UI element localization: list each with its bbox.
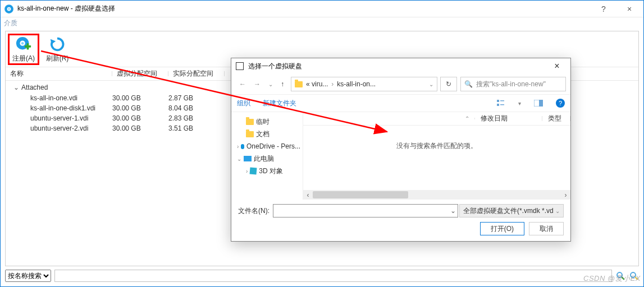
h-scrollbar[interactable]: ‹ › [303,190,570,200]
lh-type[interactable]: 类型 [542,114,570,123]
filetype-label: 全部虚拟硬盘文件(*.vmdk *.vd [463,206,554,216]
empty-message: 没有与搜索条件匹配的项。 [303,126,570,190]
svg-rect-17 [497,104,499,106]
cell-name: ks-all-in-one.vdi [6,94,112,102]
open-label: 打开(O) [491,224,514,234]
list-header: ⌃ 修改日期 类型 [303,112,570,126]
filename-input[interactable] [273,204,458,217]
th-vsize[interactable]: 虚拟分配空间 [112,69,168,78]
help-icon[interactable]: ? [556,99,565,108]
cell-asize: 2.83 GB [168,114,225,122]
svg-rect-7 [27,43,29,49]
dialog-search-field[interactable]: 🔍 搜索"ks-all-in-one-new" [460,77,566,91]
preview-pane-icon[interactable] [533,99,543,108]
scroll-left-icon[interactable]: ‹ [303,190,313,200]
cell-asize: 3.51 GB [168,124,225,132]
dialog-title: 选择一个虚拟硬盘 [248,62,546,71]
disk-add-icon [15,36,32,53]
search-input[interactable] [54,270,612,282]
nav-forward-icon: → [254,80,261,88]
tree-item-3dobjects[interactable]: ›3D 对象 [234,165,300,177]
refresh-nav-button[interactable]: ↻ [440,77,457,91]
dialog-close-button[interactable]: × [546,61,568,71]
th-name[interactable]: 名称 [6,69,112,78]
cell-asize: 2.87 GB [168,94,225,102]
filename-label: 文件名(N): [238,206,270,216]
nav-tree: 临时 文档 ›OneDrive - Pers... ⌄此电脑 ›3D 对象 [231,112,303,200]
scroll-thumb[interactable] [313,191,408,198]
file-list: ⌃ 修改日期 类型 没有与搜索条件匹配的项。 ‹ › [303,112,570,200]
svg-point-2 [8,8,10,10]
nav-history-icon[interactable]: ⌄ [268,81,273,87]
svg-rect-15 [497,100,499,102]
group-label: Attached [21,84,48,91]
view-options-icon[interactable] [496,99,506,108]
dialog-icon [236,62,244,70]
dialog-footer: 文件名(N): ⌄ 全部虚拟硬盘文件(*.vmdk *.vd ⌄ 打开(O) 取… [231,200,570,241]
tree-item-onedrive[interactable]: ›OneDrive - Pers... [234,140,300,152]
bc-seg[interactable]: « viru... [306,80,328,88]
refresh-button[interactable]: 刷新(R) [42,34,73,65]
new-folder-button[interactable]: 新建文件夹 [263,99,296,108]
register-button[interactable]: 注册(A) [8,34,39,65]
cancel-label: 取消 [540,224,553,234]
search-placeholder: 搜索"ks-all-in-one-new" [476,80,546,89]
cancel-button[interactable]: 取消 [529,222,564,235]
nav-up-icon[interactable]: ↑ [281,80,284,88]
tree-label: 此电脑 [254,154,274,164]
chevron-right-icon: › [331,80,334,88]
close-button[interactable]: × [616,1,642,17]
breadcrumb[interactable]: « viru... › ks-all-in-on... ⌄ [291,77,437,91]
cube-icon [250,167,257,174]
dialog-toolbar: 组织 新建文件夹 ▾ ? [231,94,570,112]
dialog-navbar: ← → ⌄ ↑ « viru... › ks-all-in-on... ⌄ ↻ … [231,74,570,94]
titlebar: ks-all-in-one-new - 虚拟硬盘选择 ? × [1,1,643,17]
view-dropdown-icon[interactable]: ▾ [518,100,521,107]
cell-name: ks-all-in-one-disk1.vdi [6,104,112,112]
folder-icon [295,81,303,87]
dialog-titlebar: 选择一个虚拟硬盘 × [231,58,570,74]
onedrive-icon [241,144,244,149]
chevron-right-icon: › [246,168,248,174]
search-icon: 🔍 [464,80,473,88]
tree-item-temp[interactable]: 临时 [234,115,300,128]
scroll-right-icon[interactable]: › [561,190,570,200]
bottom-bar: 按名称搜索 [5,269,639,283]
bc-seg[interactable]: ks-all-in-on... [337,80,376,88]
chevron-right-icon: › [237,144,239,150]
tree-label: 3D 对象 [259,166,283,176]
th-asize[interactable]: 实际分配空间 [168,69,225,78]
bc-dropdown-icon[interactable]: ⌄ [429,81,433,87]
tree-item-thispc[interactable]: ⌄此电脑 [234,152,300,165]
filetype-select[interactable]: 全部虚拟硬盘文件(*.vmdk *.vd ⌄ [459,204,564,217]
refresh-icon [49,36,66,53]
tree-label: 临时 [256,117,270,127]
search-mode-select[interactable]: 按名称搜索 [5,270,51,282]
tree-label: OneDrive - Pers... [246,142,300,150]
tree-item-docs[interactable]: 文档 [234,128,300,140]
register-label: 注册(A) [12,54,35,63]
dialog-body: 临时 文档 ›OneDrive - Pers... ⌄此电脑 ›3D 对象 ⌃ … [231,112,570,200]
folder-icon [246,131,254,137]
menu-media[interactable]: 介质 [4,19,17,27]
svg-point-5 [21,41,24,44]
monitor-icon [244,156,252,161]
tree-label: 文档 [256,129,270,139]
menubar: 介质 [1,17,643,30]
cell-vsize: 30.00 GB [112,124,168,132]
cell-name: ubuntu-server-2.vdi [6,124,112,132]
folder-icon [246,119,254,125]
svg-rect-20 [539,100,543,107]
help-button[interactable]: ? [591,1,616,17]
lh-date[interactable]: 修改日期 [475,114,542,123]
window-title: ks-all-in-one-new - 虚拟硬盘选择 [17,4,591,13]
open-button[interactable]: 打开(O) [480,222,524,235]
cell-asize: 8.04 GB [168,104,225,112]
app-icon [4,4,14,14]
lh-name[interactable]: ⌃ [303,115,475,122]
refresh-label: 刷新(R) [46,54,69,63]
nav-back-icon[interactable]: ← [239,80,246,88]
organize-menu[interactable]: 组织 [237,99,250,108]
svg-rect-18 [500,104,504,105]
chevron-down-icon: ⌄ [237,156,241,162]
